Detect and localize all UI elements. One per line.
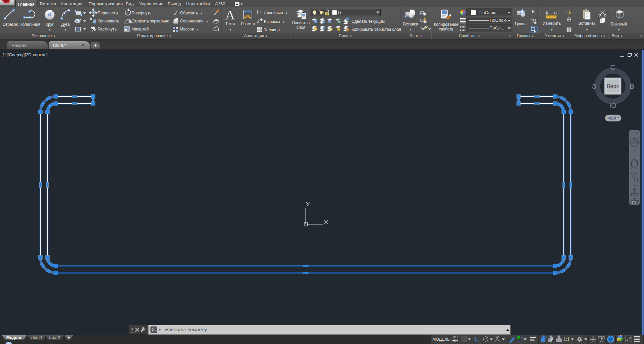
svg-text:Верх: Верх [607,83,619,89]
svg-text:В: В [630,82,634,90]
svg-text:МОДЕЛЬ: МОДЕЛЬ [432,337,450,342]
svg-text:A: A [225,7,235,22]
svg-text:ПоСлою: ПоСлою [479,10,496,15]
svg-text:МСК: МСК [607,116,616,121]
svg-text:0: 0 [338,10,341,15]
svg-text:ПоСлою: ПоСлою [490,18,507,23]
svg-text:±: ± [535,18,536,21]
svg-text:Ю: Ю [609,101,616,109]
svg-text:1:1: 1:1 [564,337,570,342]
svg-text:[−][Сверху][2D-каркас]: [−][Сверху][2D-каркас] [3,52,48,57]
svg-text:С: С [610,63,615,71]
svg-text:ПоСл...: ПоСл... [489,25,504,30]
svg-text:З: З [592,82,596,90]
